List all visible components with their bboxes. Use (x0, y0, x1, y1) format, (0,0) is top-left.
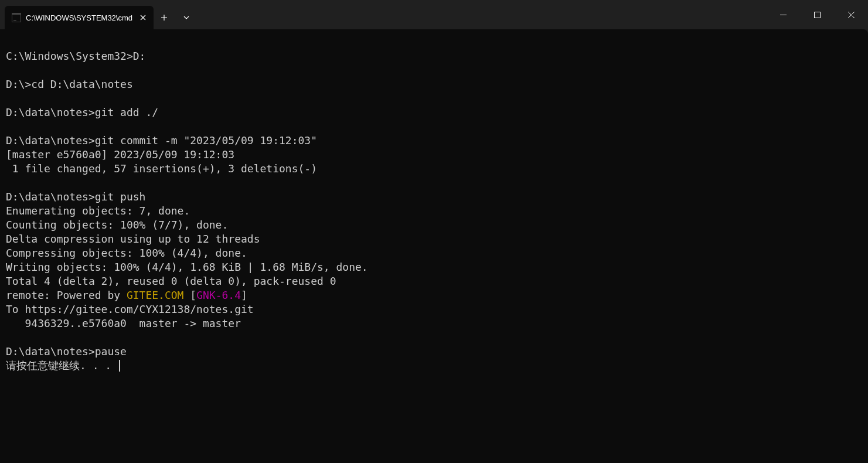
terminal-line: D:\>cd D:\data\notes (6, 77, 862, 91)
title-actions (154, 0, 197, 29)
close-window-button[interactable] (834, 0, 868, 29)
terminal-line: D:\data\notes>git push (6, 190, 862, 204)
terminal-output[interactable]: C:\Windows\System32>D:D:\>cd D:\data\not… (0, 29, 868, 463)
svg-rect-3 (814, 12, 820, 18)
terminal-line (6, 63, 862, 77)
terminal-line (6, 120, 862, 134)
cmd-icon: _ (12, 13, 21, 22)
window-controls (766, 0, 868, 29)
tab-close-button[interactable] (137, 12, 149, 23)
terminal-line: [master e5760a0] 2023/05/09 19:12:03 (6, 148, 862, 162)
terminal-line: 请按任意键继续. . . (6, 359, 862, 373)
svg-text:_: _ (13, 15, 16, 21)
tab-title: C:\WINDOWS\SYSTEM32\cmd (26, 13, 132, 22)
title-bar: _ C:\WINDOWS\SYSTEM32\cmd (0, 0, 868, 29)
terminal-line: 1 file changed, 57 insertions(+), 3 dele… (6, 162, 862, 176)
terminal-line: To https://gitee.com/CYX12138/notes.git (6, 302, 862, 316)
tab-cmd[interactable]: _ C:\WINDOWS\SYSTEM32\cmd (5, 6, 154, 29)
minimize-button[interactable] (766, 0, 800, 29)
terminal-line: D:\data\notes>git commit -m "2023/05/09 … (6, 134, 862, 148)
terminal-line: 9436329..e5760a0 master -> master (6, 316, 862, 331)
terminal-line: C:\Windows\System32>D: (6, 49, 862, 63)
title-spacer[interactable] (197, 0, 766, 29)
terminal-line: Delta compression using up to 12 threads (6, 232, 862, 246)
cursor (119, 360, 120, 372)
tab-dropdown-button[interactable] (176, 7, 197, 28)
terminal-line: Compressing objects: 100% (4/4), done. (6, 246, 862, 260)
terminal-line: D:\data\notes>git add ./ (6, 105, 862, 120)
new-tab-button[interactable] (154, 7, 175, 28)
terminal-line: D:\data\notes>pause (6, 345, 862, 359)
tabs-container: _ C:\WINDOWS\SYSTEM32\cmd (0, 0, 154, 29)
terminal-line: Counting objects: 100% (7/7), done. (6, 218, 862, 232)
terminal-line (6, 91, 862, 105)
terminal-line: Enumerating objects: 7, done. (6, 204, 862, 218)
terminal-line (6, 35, 862, 49)
maximize-button[interactable] (800, 0, 834, 29)
terminal-line (6, 176, 862, 190)
terminal-line: remote: Powered by GITEE.COM [GNK-6.4] (6, 288, 862, 302)
terminal-line (6, 331, 862, 345)
terminal-line: Total 4 (delta 2), reused 0 (delta 0), p… (6, 274, 862, 288)
terminal-line: Writing objects: 100% (4/4), 1.68 KiB | … (6, 260, 862, 274)
